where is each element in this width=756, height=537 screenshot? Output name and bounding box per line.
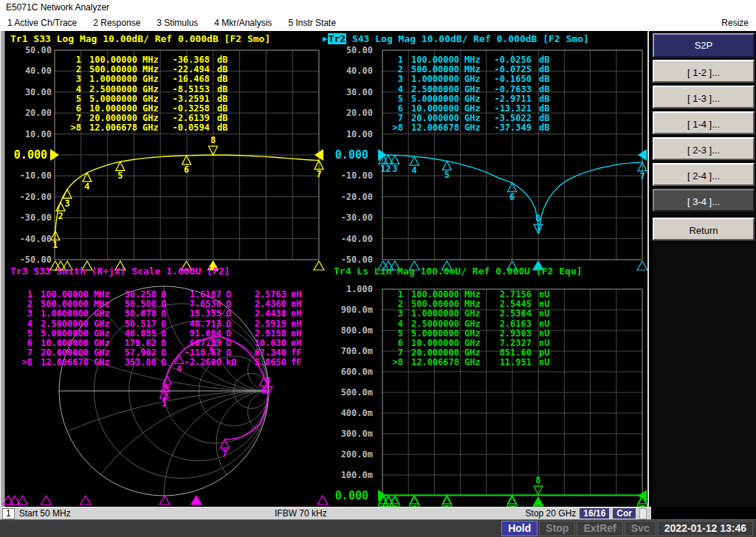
- y-tick-label: 20.00: [326, 108, 373, 118]
- resize-button[interactable]: Resize: [721, 18, 749, 28]
- menu-item-3[interactable]: 3 Stimulus: [157, 18, 198, 28]
- y-tick-label: 30.00: [326, 87, 373, 97]
- softkey-header-s2p[interactable]: S2P: [653, 33, 755, 58]
- status-right-group: Stop 20 GHz 16/16 Cor: [526, 508, 647, 519]
- active-trace-arrow-icon: ▶: [323, 34, 328, 44]
- marker-cell: nH: [286, 319, 307, 329]
- marker-row: 55.0000000GHz2.9363nU: [385, 329, 549, 339]
- menu-item-1[interactable]: 1 Active Ch/Trace: [7, 18, 77, 28]
- marker-glyph[interactable]: [220, 440, 229, 448]
- marker-cell: dB: [210, 75, 227, 84]
- marker-row: 55.0000000GHz-3.2591dB: [63, 94, 227, 104]
- screen-right-edge: [647, 31, 649, 507]
- marker-row: 42.5000000GHz2.6163nU: [385, 319, 549, 329]
- smith-x-arc: [59, 391, 478, 507]
- marker-cell: Ω: [157, 358, 173, 367]
- y-tick-label: 50.00: [326, 45, 373, 55]
- y-tick-label: -50.00: [4, 254, 52, 265]
- marker-cell: -2.2600: [173, 358, 221, 367]
- marker-cell: 91.604: [173, 329, 221, 339]
- y-tick-label: -10.00: [326, 170, 373, 181]
- stop-indicator: Stop: [539, 521, 575, 536]
- marker-cell: 3: [385, 75, 403, 84]
- softkey-23[interactable]: [ 2-3 ]...: [653, 137, 755, 160]
- window-title: E5071C Network Analyzer: [6, 2, 109, 13]
- y-tick-label: 600.0m: [326, 367, 373, 377]
- trace-title-tr2: ▶Tr2 S43 Log Mag 10.00dB/ Ref 0.000dB [F…: [323, 33, 589, 44]
- marker-cell: 2.9363: [486, 329, 532, 339]
- menu-items: 1 Active Ch/Trace2 Response3 Stimulus4 M…: [7, 18, 721, 28]
- marker-cell: 4: [63, 85, 81, 94]
- marker-cell: 5: [385, 94, 403, 104]
- marker-number: 5: [444, 170, 450, 180]
- y-tick-label: 30.00: [4, 87, 52, 97]
- marker-cell: GHz: [459, 75, 486, 84]
- marker-cell: 4: [385, 319, 403, 329]
- trace-label-tr1[interactable]: Tr1: [10, 33, 27, 44]
- stimulus-tick: [80, 496, 91, 505]
- marker-glyph[interactable]: [116, 162, 125, 170]
- marker-cell: -2.9711: [486, 94, 532, 104]
- smith-x-arc: [216, 391, 321, 496]
- marker-table-tr2: 1100.00000MHz-0.0256dB2500.00000MHz-0.07…: [385, 55, 549, 134]
- softkey-24[interactable]: [ 2-4 ]...: [653, 163, 755, 186]
- menu-item-4[interactable]: 4 Mkr/Analysis: [214, 18, 272, 28]
- marker-cell: 5: [385, 329, 403, 339]
- softkey-14[interactable]: [ 1-4 ]...: [653, 111, 755, 134]
- y-tick-label: 0.000: [321, 149, 368, 161]
- trace-format-text: Ls Lin Mag 100.0mU/ Ref 0.000U [F2 Equ]: [351, 266, 582, 277]
- marker-cell: dB: [210, 85, 227, 94]
- menu-item-5[interactable]: 5 Instr State: [288, 18, 336, 28]
- marker-number: 8: [210, 135, 216, 145]
- softkey-return[interactable]: Return: [653, 218, 755, 240]
- y-tick-label: 20.00: [4, 108, 52, 118]
- marker-cell: 5.0000000: [32, 329, 89, 339]
- marker-number: 7: [639, 171, 645, 181]
- ifbw-value: IFBW 70 kHz: [275, 508, 327, 519]
- marker-number: 3: [165, 384, 170, 395]
- marker-number: 7: [316, 169, 321, 179]
- y-tick-label: 700.0m: [326, 346, 373, 356]
- marker-row: 55.0000000GHz-2.9711dB: [385, 94, 549, 104]
- trace-label-tr3[interactable]: Tr3: [10, 266, 27, 277]
- y-tick-label: 400.0m: [326, 408, 373, 418]
- app-window: E5071C Network Analyzer 1 Active Ch/Trac…: [0, 0, 756, 537]
- marker-cell: 2.5364: [486, 309, 532, 319]
- marker-glyph[interactable]: [410, 156, 419, 165]
- softkey-13[interactable]: [ 1-3 ]...: [653, 86, 755, 108]
- marker-cell: GHz: [137, 85, 164, 94]
- marker-cell: -16.468: [164, 75, 210, 84]
- marker-cell: GHz: [459, 94, 486, 104]
- menu-item-2[interactable]: 2 Response: [93, 18, 140, 28]
- marker-cell: Ω: [157, 309, 173, 319]
- stimulus-tick-active: [533, 497, 543, 506]
- marker-glyph[interactable]: [442, 161, 451, 170]
- marker-cell: dB: [532, 94, 549, 104]
- marker-cell: 2.4438: [242, 309, 286, 319]
- trace-label-tr2[interactable]: Tr2: [328, 33, 346, 44]
- marker-cell: 5.8650: [242, 358, 286, 367]
- marker-cell: nH: [286, 309, 307, 319]
- marker-cell: 3: [15, 309, 32, 319]
- marker-cell: GHz: [89, 319, 115, 329]
- y-tick-label: 40.00: [4, 66, 52, 76]
- y-tick-label: -20.00: [4, 192, 52, 202]
- marker-cell: -8.5153: [164, 85, 210, 94]
- y-tick-label: 100.0m: [326, 470, 373, 480]
- marker-cell: 40.713: [173, 319, 221, 329]
- softkey-12[interactable]: [ 1-2 ]...: [653, 60, 755, 83]
- marker-cell: 5: [15, 329, 32, 339]
- marker-cell: dB: [532, 123, 549, 133]
- softkey-34[interactable]: [ 3-4 ]...: [653, 189, 755, 212]
- marker-cell: >8: [15, 358, 32, 367]
- main-area: 12345678123456781234567812345678 Tr1 S33…: [0, 31, 756, 507]
- marker-cell: dB: [532, 75, 549, 84]
- y-tick-label: 500.0m: [326, 387, 373, 398]
- trace-label-tr4[interactable]: Tr4: [334, 266, 351, 277]
- marker-cell: 2.5000000: [81, 85, 137, 94]
- marker-cell: -0.7633: [486, 85, 532, 94]
- marker-cell: 1.0000000: [403, 75, 459, 84]
- marker-cell: 12.006678: [403, 123, 459, 133]
- marker-cell: -3.2591: [164, 94, 210, 104]
- marker-cell: nU: [532, 358, 549, 367]
